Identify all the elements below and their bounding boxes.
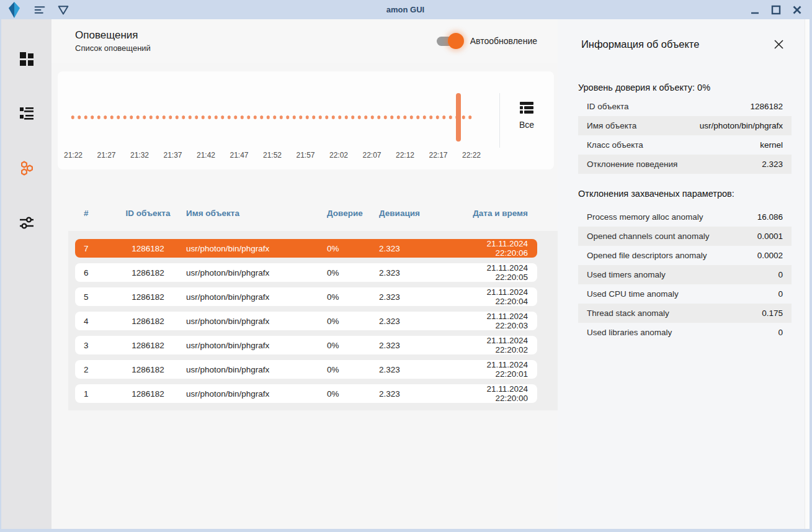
main-area: Оповещения Список оповещений Автообновле…	[51, 19, 558, 529]
table-row[interactable]: 3 1286182 usr/photon/bin/phgrafx 0% 2.32…	[75, 336, 537, 354]
detail-label: Отклонение поведения	[587, 159, 677, 170]
panel-close-icon[interactable]	[772, 38, 785, 50]
timeline-ticks: 21:22 21:27 21:32 21:37 21:42 21:47 21:5…	[63, 151, 482, 160]
cell-id: 1286182	[112, 389, 184, 399]
cell-name: usr/photon/bin/phgrafx	[184, 268, 324, 277]
cell-id: 1286182	[112, 292, 184, 302]
show-all-button[interactable]: Все	[499, 102, 554, 130]
tick-label: 21:22	[63, 151, 84, 160]
param-label: Process memory alloc anomaly	[587, 212, 703, 223]
table-row[interactable]: 7 1286182 usr/photon/bin/phgrafx 0% 2.32…	[75, 239, 537, 258]
tick-label: 22:02	[328, 151, 349, 160]
sidebar-item-alert-list[interactable]	[19, 106, 35, 122]
detail-row: ID объекта 1286182	[578, 97, 792, 116]
param-row: Opened channels count anomaly 0.0001	[578, 227, 792, 246]
object-info-panel: Информация об объекте Уровень доверия к …	[558, 19, 805, 529]
cell-datetime: 21.11.2024 22:20:06	[463, 239, 537, 258]
param-label: Used timers anomaly	[587, 269, 666, 281]
detail-label: ID объекта	[587, 101, 629, 112]
cell-name: usr/photon/bin/phgrafx	[184, 292, 324, 302]
cell-id: 1286182	[112, 365, 184, 374]
cell-id: 1286182	[112, 244, 184, 253]
table-row[interactable]: 6 1286182 usr/photon/bin/phgrafx 0% 2.32…	[75, 263, 537, 282]
timeline-dotted-line	[69, 115, 474, 119]
detail-label: Класс объекта	[587, 140, 643, 151]
sidebar-item-objects[interactable]	[19, 160, 35, 176]
tick-label: 22:07	[362, 151, 383, 160]
cell-trust: 0%	[324, 317, 377, 326]
column-header-num[interactable]: #	[75, 209, 112, 218]
cell-datetime: 21.11.2024 22:20:04	[463, 287, 537, 306]
param-label: Used CPU time anomaly	[587, 289, 679, 300]
cell-deviation: 2.323	[377, 365, 463, 374]
cell-trust: 0%	[324, 244, 377, 253]
sidebar-item-dashboard[interactable]	[19, 51, 35, 67]
param-value: 0	[778, 270, 783, 279]
column-header-trust[interactable]: Доверие	[324, 209, 377, 218]
cell-num: 7	[75, 244, 112, 253]
cell-num: 6	[75, 268, 112, 277]
param-row: Used libraries anomaly 0	[578, 323, 792, 342]
tick-label: 22:22	[461, 151, 482, 160]
tick-label: 22:17	[428, 151, 449, 160]
minimize-button[interactable]	[749, 4, 761, 16]
detail-row: Имя объекта usr/photon/bin/phgrafx	[578, 116, 792, 135]
detail-value: 1286182	[750, 102, 783, 111]
cell-deviation: 2.323	[377, 292, 463, 302]
param-value: 16.086	[757, 212, 783, 222]
table-row[interactable]: 1 1286182 usr/photon/bin/phgrafx 0% 2.32…	[75, 384, 537, 403]
show-all-label: Все	[519, 120, 534, 130]
panel-scrollbar[interactable]	[805, 19, 810, 529]
column-header-datetime[interactable]: Дата и время	[463, 209, 537, 218]
title-bar: amon GUI	[1, 0, 810, 19]
param-row: Process memory alloc anomaly 16.086	[578, 207, 792, 227]
cell-trust: 0%	[324, 292, 377, 302]
window-title: amon GUI	[1, 5, 810, 14]
table-row[interactable]: 4 1286182 usr/photon/bin/phgrafx 0% 2.32…	[75, 312, 537, 330]
sidebar-item-settings[interactable]	[19, 215, 35, 231]
close-button[interactable]	[791, 4, 803, 16]
timeline-marker[interactable]	[456, 93, 461, 142]
column-header-name[interactable]: Имя объекта	[184, 209, 324, 218]
cell-datetime: 21.11.2024 22:20:01	[463, 360, 537, 379]
hexagons-icon	[19, 160, 35, 176]
autorefresh-toggle[interactable]	[437, 37, 462, 46]
column-header-id[interactable]: ID объекта	[112, 209, 184, 218]
filter-nabla-icon[interactable]	[57, 4, 69, 16]
table-row[interactable]: 5 1286182 usr/photon/bin/phgrafx 0% 2.32…	[75, 287, 537, 306]
param-value: 0.0002	[757, 251, 783, 260]
app-logo-icon	[6, 1, 22, 19]
table-header: # ID объекта Имя объекта Доверие Девиаци…	[75, 209, 537, 218]
param-value: 0.0001	[757, 232, 783, 241]
param-label: Opened file descriptors anomaly	[587, 250, 707, 261]
params-section-title: Отклонения захваченых параметров:	[578, 189, 784, 199]
panel-title: Информация об объекте	[581, 38, 699, 50]
page-title: Оповещения	[75, 29, 151, 42]
detail-value: usr/photon/bin/phgrafx	[700, 121, 783, 130]
tick-label: 22:12	[395, 151, 416, 160]
cell-name: usr/photon/bin/phgrafx	[184, 389, 324, 399]
detail-label: Имя объекта	[587, 120, 636, 132]
cell-datetime: 21.11.2024 22:20:00	[463, 384, 537, 403]
cell-id: 1286182	[112, 317, 184, 326]
menu-icon[interactable]	[33, 4, 46, 16]
cell-num: 2	[75, 365, 112, 374]
param-label: Opened channels count anomaly	[587, 231, 709, 242]
table-row[interactable]: 2 1286182 usr/photon/bin/phgrafx 0% 2.32…	[75, 360, 537, 379]
cell-deviation: 2.323	[377, 317, 463, 326]
param-row: Thread stack anomaly 0.175	[578, 304, 792, 323]
detail-value: 2.323	[762, 160, 783, 169]
cell-trust: 0%	[324, 268, 377, 277]
column-header-deviation[interactable]: Девиация	[377, 209, 463, 218]
cell-id: 1286182	[112, 268, 184, 277]
cell-datetime: 21.11.2024 22:20:03	[463, 312, 537, 330]
maximize-button[interactable]	[770, 4, 782, 16]
detail-row: Отклонение поведения 2.323	[578, 155, 792, 174]
param-label: Thread stack anomaly	[587, 308, 669, 319]
param-row: Used CPU time anomaly 0	[578, 284, 792, 304]
alerts-table: 7 1286182 usr/photon/bin/phgrafx 0% 2.32…	[68, 231, 558, 410]
tick-label: 21:57	[295, 151, 316, 160]
cell-name: usr/photon/bin/phgrafx	[184, 341, 324, 350]
cell-name: usr/photon/bin/phgrafx	[184, 244, 324, 253]
toggle-knob	[448, 33, 464, 49]
